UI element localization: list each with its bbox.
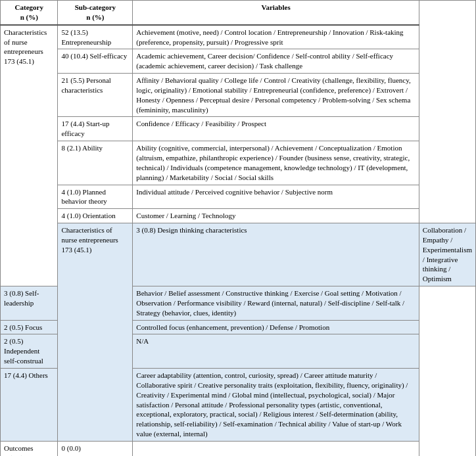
- outcomes-subcategory: 0 (0.0): [58, 441, 133, 456]
- subcategory-name: Others: [29, 371, 48, 379]
- outcomes-label: Outcomes 0 (0.0): [1, 441, 58, 456]
- subcategory-cell: 4 (1.0) Planned behavior theory: [58, 185, 133, 209]
- subcategory-count: 3 (0.8): [136, 226, 155, 234]
- variables-cell: Affinity / Behavioral quality / College …: [133, 74, 419, 117]
- subcategory-cell: 17 (4.4) Start-up efficacy: [58, 117, 133, 141]
- subcategory-name: Independent self-construal: [4, 347, 43, 365]
- subcategory-name: Self-efficacy: [90, 52, 128, 60]
- subcategory-name: Focus: [25, 323, 42, 331]
- outcomes-variables: [133, 441, 419, 456]
- subcategory-cell: 3 (0.8) Self-leadership: [1, 286, 58, 321]
- header-variables: Variables: [133, 1, 419, 25]
- main-table: Category n (%) Sub-category n (%) Variab…: [0, 0, 476, 456]
- subcategory-count: 52 (13.5): [61, 28, 87, 36]
- subcategory-cell: 8 (2.1) Ability: [58, 141, 133, 185]
- variables-cell: Individual attitude / Perceived cognitiv…: [133, 185, 419, 209]
- variables-cell: Career adaptability (attention, control,…: [133, 369, 419, 442]
- variables-cell: N/A: [133, 334, 419, 369]
- subcategory-count: 40 (10.4): [61, 52, 87, 60]
- variables-cell: Ability (cognitive, commercial, interper…: [133, 141, 419, 185]
- variables-cell: Collaboration / Empathy / Experimentalis…: [419, 223, 475, 286]
- variables-cell: Behavior / Belief assessment / Construct…: [133, 286, 419, 321]
- subcategory-count: 17 (4.4): [61, 120, 84, 127]
- subcategory-cell: 2 (0.5) Independent self-construal: [1, 334, 58, 369]
- variables-cell: Achievement (motive, need) / Control loc…: [133, 25, 419, 49]
- header-subcategory: Sub-category n (%): [58, 1, 133, 25]
- subcategory-name: Design thinking characteristics: [157, 226, 247, 234]
- subcategory-count: 2 (0.5): [4, 337, 23, 345]
- header-category: Category n (%): [1, 1, 58, 25]
- subcategory-count: 17 (4.4): [4, 371, 27, 379]
- subcategory-count: 4 (1.0): [61, 212, 80, 219]
- category-cell: Characteristics of nurse entrepreneurs 1…: [58, 223, 133, 442]
- subcategory-count: 2 (0.5): [4, 323, 23, 331]
- subcategory-cell: 52 (13.5) Entrepreneurship: [58, 25, 133, 49]
- subcategory-cell: 40 (10.4) Self-efficacy: [58, 49, 133, 74]
- category-cell: Characteristics of nurse entrepreneurs 1…: [1, 25, 58, 286]
- subcategory-cell: 21 (5.5) Personal characteristics: [58, 74, 133, 117]
- variables-cell: Customer / Learning / Technology: [133, 209, 419, 223]
- subcategory-cell: 17 (4.4) Others: [1, 369, 58, 442]
- variables-cell: Controlled focus (enhancement, preventio…: [133, 320, 419, 334]
- subcategory-name: Ability: [82, 144, 103, 152]
- variables-cell: Confidence / Efficacy / Feasibility / Pr…: [133, 117, 419, 141]
- subcategory-count: 3 (0.8): [4, 289, 23, 297]
- subcategory-cell: 3 (0.8) Design thinking characteristics: [133, 223, 419, 286]
- subcategory-name: Orientation: [83, 212, 116, 219]
- subcategory-count: 8 (2.1): [61, 144, 80, 152]
- subcategory-cell: 2 (0.5) Focus: [1, 320, 58, 334]
- subcategory-count: 21 (5.5): [61, 76, 84, 84]
- subcategory-cell: 4 (1.0) Orientation: [58, 209, 133, 223]
- subcategory-name: Entrepreneurship: [61, 38, 111, 46]
- subcategory-count: 4 (1.0): [61, 188, 80, 196]
- variables-cell: Academic achievement, Career decision/ C…: [133, 49, 419, 74]
